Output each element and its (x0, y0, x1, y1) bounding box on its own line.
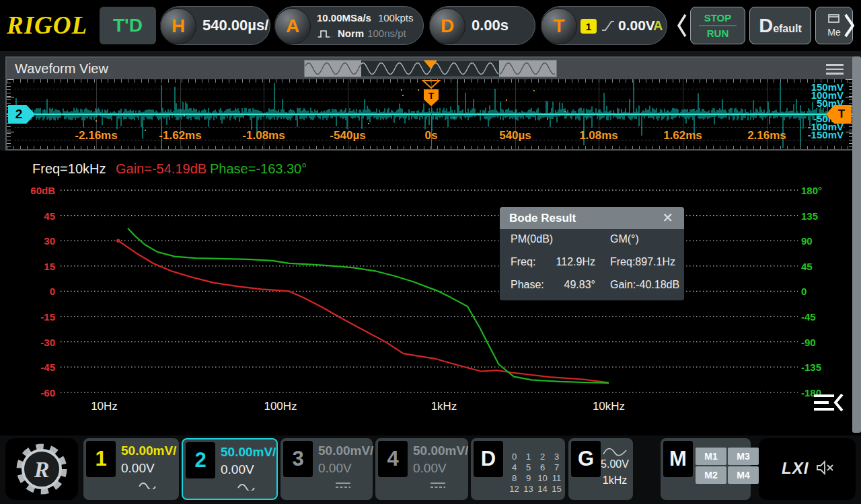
default-rest: efault (773, 23, 802, 34)
sample-rate: 10.00MSa/s (317, 12, 371, 24)
time-axis-label: -2.16ms (75, 129, 117, 142)
frequency-axis-tick: 10kHz (593, 400, 625, 413)
stop-run-button[interactable]: STOP RUN (690, 7, 745, 44)
pm-phase-label: Phase: (511, 279, 544, 291)
generator-amplitude: 5.00V (599, 458, 630, 470)
bode-result-header[interactable]: Bode Result ✕ (500, 207, 684, 229)
pm-freq-label: Freq: (511, 256, 535, 268)
phase-axis-tick: -135 (801, 362, 821, 373)
acquisition-key: A (286, 15, 299, 37)
pulse-icon (317, 28, 334, 39)
time-axis-label: -1.62ms (159, 129, 201, 142)
phase-axis-tick: -45 (801, 311, 816, 323)
run-label: RUN (691, 26, 745, 41)
channel3-scale: 50.00mV/ (318, 444, 373, 458)
gm-header: GM(°) (610, 233, 639, 245)
delay-knob[interactable]: D (429, 8, 465, 44)
chevron-right-icon[interactable] (842, 12, 857, 39)
bode-result-popup[interactable]: Bode Result ✕ PM(0dB) GM(°) Freq: 112.9H… (500, 207, 684, 300)
time-axis-label: 1.08ms (579, 129, 618, 142)
gain-axis-tick: -45 (20, 362, 55, 373)
digital-bit-label: 12 (507, 484, 521, 495)
channel4-scale: 50.00mV/ (413, 444, 468, 458)
digital-channels-tile[interactable]: D 0123456789101112131415 (471, 438, 565, 500)
math-button-m2[interactable]: M2 (696, 466, 726, 484)
ac-coupling-icon (219, 481, 272, 493)
time-axis-label: 1.62ms (663, 129, 702, 142)
sample-resolution: 100ns/pt (367, 28, 406, 39)
phase-axis-tick: 45 (801, 261, 813, 272)
default-initial: D (759, 15, 773, 36)
digital-bit-label: 15 (550, 484, 564, 495)
digital-bit-label: 11 (550, 473, 564, 484)
horizontal-knob[interactable]: H (160, 8, 196, 44)
generator-key: G (571, 441, 601, 477)
acquisition-rate-row: 10.00MSa/s100kpts (317, 12, 413, 24)
speaker-muted-icon[interactable] (817, 460, 834, 476)
rigol-gear-logo[interactable]: R (5, 438, 78, 500)
trigger-position-marker[interactable]: T (418, 79, 445, 110)
digital-bit-label: 7 (550, 462, 564, 473)
stop-label: STOP (691, 11, 745, 26)
acquisition-mode-row: Norm 100ns/pt (317, 28, 406, 39)
timebase-overview-strip[interactable] (304, 60, 557, 77)
frequency-axis-tick: 10Hz (91, 400, 118, 413)
phase-axis-tick: 180° (801, 185, 822, 196)
ac-coupling-icon (120, 480, 175, 492)
trigger-status-button[interactable]: T'D (100, 7, 156, 44)
time-axis-label: 540µs (499, 129, 531, 142)
bode-chart (0, 151, 861, 435)
math-button-m1[interactable]: M1 (696, 448, 726, 465)
gain-axis-tick: 15 (20, 261, 55, 272)
right-edge-scrollbar[interactable] (852, 56, 861, 433)
trigger-position-line (431, 108, 432, 149)
math-tile[interactable]: M M1M3M2M4 (661, 438, 751, 500)
math-button-m4[interactable]: M4 (728, 466, 759, 484)
chevron-left-icon[interactable] (675, 12, 689, 39)
gm-gain-value: Gain:-40.18dB (610, 279, 679, 291)
bottom-ruler (7, 146, 853, 149)
trigger-knob[interactable]: T (541, 8, 577, 44)
waveform-strip[interactable]: T -2.16ms-1.62ms-1.08ms-540µs0s540µs1.08… (7, 79, 853, 149)
time-axis-label: -540µs (330, 129, 365, 142)
math-button-m3[interactable]: M3 (728, 448, 759, 465)
trigger-source-badge: 1 (581, 19, 597, 34)
gain-axis-tick: 0 (20, 286, 55, 297)
trigger-settings[interactable]: T 1 0.00V A (541, 6, 667, 45)
quick-buttons-cluster: STOP RUN Default Me (673, 3, 858, 48)
generator-frequency: 1kHz (599, 474, 630, 487)
lxi-logo: LXI (782, 459, 809, 478)
channel3-tile[interactable]: 3 50.00mV/ 0.00V (280, 438, 373, 500)
delay-settings[interactable]: D 0.00s (429, 6, 535, 45)
gain-axis-tick: 60dB (20, 185, 55, 196)
horizontal-settings[interactable]: H 540.00µs/ (160, 6, 270, 45)
channel1-offset: 0.00V (121, 461, 155, 476)
math-key: M (663, 441, 693, 477)
gain-axis-tick: 45 (20, 210, 55, 222)
phase-axis-tick: -90 (801, 337, 816, 348)
digital-bit-label: 9 (521, 473, 535, 484)
digital-bit-label: 4 (507, 462, 521, 473)
collapse-menu-icon[interactable] (811, 392, 845, 414)
channel4-tile[interactable]: 4 50.00mV/ 0.00V (375, 438, 468, 500)
rising-edge-icon (601, 18, 615, 33)
acquisition-settings[interactable]: A 10.00MSa/s100kpts Norm 100ns/pt (274, 6, 424, 45)
close-icon[interactable]: ✕ (658, 209, 677, 226)
generator-tile[interactable]: G 5.00V 1kHz (568, 438, 633, 500)
bode-result-title: Bode Result (509, 207, 576, 229)
channel2-tile[interactable]: 2 50.00mV/ 0.00V (182, 438, 278, 500)
acquisition-knob[interactable]: A (274, 8, 311, 44)
svg-text:R: R (34, 457, 50, 482)
digital-bit-label: 14 (535, 484, 550, 495)
trigger-sweep-mode: A (653, 7, 663, 44)
dc-coupling-icon (412, 480, 464, 492)
menu-icon[interactable] (826, 64, 844, 77)
channel3-number: 3 (283, 441, 313, 477)
channel1-tile[interactable]: 1 50.00mV/ 0.00V (83, 438, 179, 500)
default-button[interactable]: Default (749, 7, 811, 44)
channel1-scale: 50.00mV/ (121, 444, 176, 458)
gm-freq-value: Freq:897.1Hz (610, 256, 675, 268)
digital-bit-label: 6 (535, 462, 550, 473)
gain-axis-tick: -60 (20, 387, 55, 398)
channel1-number: 1 (86, 441, 116, 477)
